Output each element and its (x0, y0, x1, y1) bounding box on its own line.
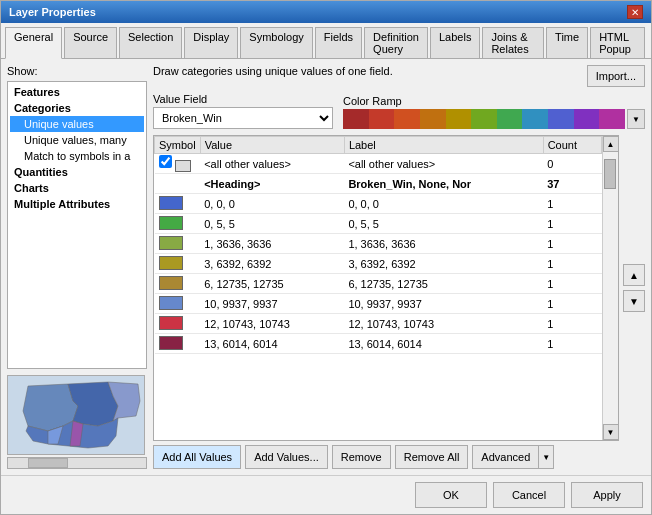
value-cell: 0, 5, 5 (200, 214, 344, 234)
value-cell: 10, 9937, 9937 (200, 294, 344, 314)
col-count: Count (543, 137, 601, 154)
ramp-swatch-8 (522, 109, 548, 129)
symbol-cell (155, 334, 201, 354)
ramp-dropdown-button[interactable]: ▼ (627, 109, 645, 129)
sidebar-item-unique-values[interactable]: Unique values (10, 116, 144, 132)
ramp-swatch-2 (369, 109, 395, 129)
tab-fields[interactable]: Fields (315, 27, 362, 58)
symbol-cell (155, 274, 201, 294)
tab-definition-query[interactable]: Definition Query (364, 27, 428, 58)
category-list: Features Categories Unique values Unique… (7, 81, 147, 369)
col-value: Value (200, 137, 344, 154)
count-cell: 1 (543, 254, 601, 274)
tab-time[interactable]: Time (546, 27, 588, 58)
tab-labels[interactable]: Labels (430, 27, 480, 58)
scroll-thumb[interactable] (28, 458, 68, 468)
sidebar-item-multiple-attributes[interactable]: Multiple Attributes (10, 196, 144, 212)
horizontal-scrollbar[interactable] (7, 457, 147, 469)
add-all-values-button[interactable]: Add All Values (153, 445, 241, 469)
right-panel: Draw categories using unique values of o… (153, 65, 645, 469)
value-field-select[interactable]: Broken_Win (153, 107, 333, 129)
count-cell: 1 (543, 314, 601, 334)
map-svg (8, 376, 145, 455)
advanced-button-wrapper: Advanced ▼ (472, 445, 554, 469)
table-row: 0, 0, 0 0, 0, 0 1 (155, 194, 602, 214)
symbol-cell (155, 294, 201, 314)
action-buttons-row: Add All Values Add Values... Remove Remo… (153, 445, 645, 469)
table-row: 13, 6014, 6014 13, 6014, 6014 1 (155, 334, 602, 354)
table-row: 3, 6392, 6392 3, 6392, 6392 1 (155, 254, 602, 274)
symbol-cell (155, 234, 201, 254)
table-row: 10, 9937, 9937 10, 9937, 9937 1 (155, 294, 602, 314)
color-ramp-label: Color Ramp (343, 95, 645, 107)
tab-selection[interactable]: Selection (119, 27, 182, 58)
symbol-cell (155, 314, 201, 334)
import-button[interactable]: Import... (587, 65, 645, 87)
value-cell: <all other values> (200, 154, 344, 174)
sidebar-item-unique-values-many[interactable]: Unique values, many (10, 132, 144, 148)
side-arrows: ▲ ▼ (623, 135, 645, 441)
tab-html-popup[interactable]: HTML Popup (590, 27, 645, 58)
remove-all-button[interactable]: Remove All (395, 445, 469, 469)
count-cell: 1 (543, 334, 601, 354)
tab-general[interactable]: General (5, 27, 62, 59)
label-cell: 3, 6392, 6392 (344, 254, 543, 274)
value-field-wrapper[interactable]: Broken_Win (153, 107, 333, 129)
label-cell: 0, 5, 5 (344, 214, 543, 234)
remove-button[interactable]: Remove (332, 445, 391, 469)
tab-source[interactable]: Source (64, 27, 117, 58)
ramp-swatch-3 (394, 109, 420, 129)
col-symbol: Symbol (155, 137, 201, 154)
count-cell: 0 (543, 154, 601, 174)
advanced-button[interactable]: Advanced (472, 445, 538, 469)
color-ramp[interactable] (343, 109, 625, 129)
sidebar-item-categories[interactable]: Categories (10, 100, 144, 116)
show-label: Show: (7, 65, 147, 77)
sidebar-item-match-symbols[interactable]: Match to symbols in a (10, 148, 144, 164)
color-ramp-group: Color Ramp (343, 95, 645, 129)
ok-button[interactable]: OK (415, 482, 487, 508)
advanced-dropdown-button[interactable]: ▼ (538, 445, 554, 469)
value-field-group: Value Field Broken_Win (153, 93, 333, 129)
symbol-cell (155, 214, 201, 234)
tab-display[interactable]: Display (184, 27, 238, 58)
table-inner[interactable]: Symbol Value Label Count (154, 136, 602, 440)
table-scrollbar[interactable]: ▲ ▼ (602, 136, 618, 440)
value-cell: 6, 12735, 12735 (200, 274, 344, 294)
ramp-swatch-7 (497, 109, 523, 129)
left-panel: Show: Features Categories Unique values … (7, 65, 147, 469)
scroll-track[interactable] (604, 154, 618, 422)
close-button[interactable]: ✕ (627, 5, 643, 19)
sidebar-item-features[interactable]: Features (10, 84, 144, 100)
table-row: 1, 3636, 3636 1, 3636, 3636 1 (155, 234, 602, 254)
symbol-cell (155, 154, 201, 174)
draw-header: Draw categories using unique values of o… (153, 65, 393, 77)
table-row: 12, 10743, 10743 12, 10743, 10743 1 (155, 314, 602, 334)
scroll-up-button[interactable]: ▲ (603, 136, 619, 152)
scroll-handle[interactable] (604, 159, 616, 189)
move-up-button[interactable]: ▲ (623, 264, 645, 286)
count-cell: 1 (543, 274, 601, 294)
table-row: 0, 5, 5 0, 5, 5 1 (155, 214, 602, 234)
sidebar-item-quantities[interactable]: Quantities (10, 164, 144, 180)
scroll-down-button[interactable]: ▼ (603, 424, 619, 440)
ramp-swatch-6 (471, 109, 497, 129)
cancel-button[interactable]: Cancel (493, 482, 565, 508)
add-values-button[interactable]: Add Values... (245, 445, 328, 469)
count-cell: 1 (543, 214, 601, 234)
count-cell: 1 (543, 194, 601, 214)
tab-joins-relates[interactable]: Joins & Relates (482, 27, 544, 58)
other-values-checkbox[interactable] (159, 155, 172, 168)
symbols-table: Symbol Value Label Count (154, 136, 602, 354)
table-row: <all other values> <all other values> 0 (155, 154, 602, 174)
value-cell: <Heading> (200, 174, 344, 194)
label-cell: 0, 0, 0 (344, 194, 543, 214)
move-down-button[interactable]: ▼ (623, 290, 645, 312)
tab-symbology[interactable]: Symbology (240, 27, 312, 58)
layer-properties-window: Layer Properties ✕ General Source Select… (0, 0, 652, 515)
count-cell: 1 (543, 294, 601, 314)
apply-button[interactable]: Apply (571, 482, 643, 508)
sidebar-item-charts[interactable]: Charts (10, 180, 144, 196)
label-cell: <all other values> (344, 154, 543, 174)
count-cell: 37 (543, 174, 601, 194)
